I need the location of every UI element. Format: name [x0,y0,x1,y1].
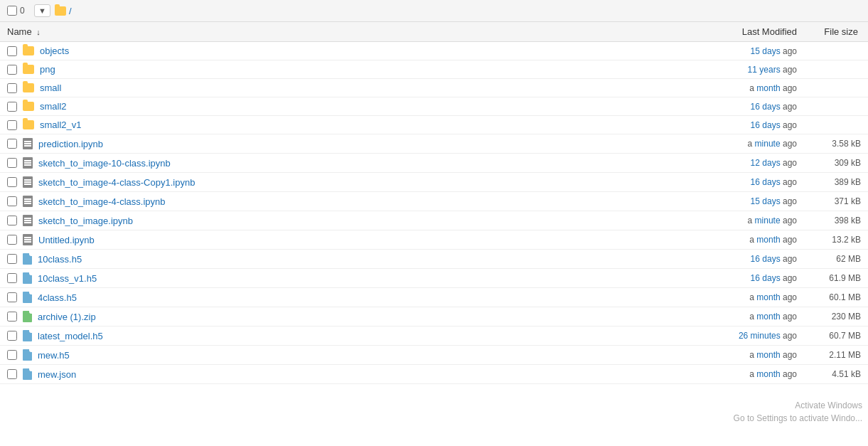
file-name-link[interactable]: sketch_to_image-10-class.ipynb [38,158,171,169]
name-cell: prediction.ipynb [0,134,704,153]
notebook-icon [23,157,33,169]
table-row: 4class.h5 a month ago 60.1 MB [0,288,868,307]
size-header[interactable]: File size [804,22,868,42]
file-name-link[interactable]: small2_v1 [40,120,82,130]
size-cell: 61.9 MB [804,269,868,288]
row-checkbox[interactable] [7,292,17,302]
name-header[interactable]: Name ↓ [0,22,704,42]
file-icon [23,330,32,341]
size-cell: 371 kB [804,192,868,211]
select-all-wrap: 0 ▼ [7,4,50,17]
file-icon [23,349,32,361]
row-checkbox[interactable] [7,350,17,360]
modified-cell: 16 days ago [704,250,804,269]
row-checkbox[interactable] [7,369,17,379]
row-checkbox[interactable] [7,312,17,322]
name-cell: mew.json [0,365,704,383]
size-cell: 309 kB [804,154,868,173]
name-cell: objects [0,42,704,60]
file-name-link[interactable]: small [40,83,61,93]
zip-icon [23,311,32,322]
modified-cell: a month ago [704,288,804,307]
folder-icon [23,102,34,111]
file-name-link[interactable]: prediction.ipynb [38,139,103,149]
file-icon [23,272,32,284]
row-checkbox[interactable] [7,331,17,341]
modified-cell: 16 days ago [704,173,804,192]
file-name-link[interactable]: sketch_to_image-4-class-Copy1.ipynb [38,177,195,188]
file-name-link[interactable]: 10class.h5 [38,254,82,265]
file-icon [23,292,32,303]
name-cell: 4class.h5 [0,288,704,307]
name-cell: png [0,60,704,78]
file-name-link[interactable]: 4class.h5 [38,292,77,303]
file-name-link[interactable]: mew.json [38,369,76,380]
size-cell [804,42,868,60]
dropdown-button[interactable]: ▼ [34,4,50,17]
name-cell: small2 [0,97,704,115]
breadcrumb[interactable]: / [55,6,72,16]
size-cell: 389 kB [804,173,868,192]
modified-cell: a month ago [704,365,804,384]
modified-cell: 15 days ago [704,192,804,211]
table-row: mew.h5 a month ago 2.11 MB [0,346,868,365]
table-row: Untitled.ipynb a month ago 13.2 kB [0,230,868,250]
row-checkbox[interactable] [7,254,17,264]
row-checkbox[interactable] [7,102,17,112]
file-name-link[interactable]: sketch_to_image-4-class.ipynb [38,196,165,207]
name-cell: 10class_v1.h5 [0,269,704,287]
size-cell: 398 kB [804,211,868,230]
table-row: sketch_to_image-10-class.ipynb 12 days a… [0,154,868,173]
file-name-link[interactable]: archive (1).zip [38,312,96,322]
table-row: archive (1).zip a month ago 230 MB [0,307,868,326]
name-cell: small [0,79,704,97]
row-checkbox[interactable] [7,139,17,149]
row-checkbox[interactable] [7,177,17,187]
modified-header[interactable]: Last Modified [704,22,804,42]
name-cell: sketch_to_image.ipynb [0,211,704,230]
size-cell: 4.51 kB [804,365,868,384]
row-checkbox[interactable] [7,65,17,75]
row-checkbox[interactable] [7,216,17,225]
row-checkbox[interactable] [7,120,17,130]
table-row: small a month ago [0,79,868,97]
file-name-link[interactable]: png [40,64,55,75]
table-row: prediction.ipynb a minute ago 3.58 kB [0,134,868,154]
row-checkbox[interactable] [7,158,17,168]
modified-cell: 15 days ago [704,42,804,60]
row-checkbox[interactable] [7,196,17,206]
row-checkbox[interactable] [7,83,17,93]
row-checkbox[interactable] [7,273,17,283]
modified-cell: 12 days ago [704,154,804,173]
row-checkbox[interactable] [7,235,17,245]
file-name-link[interactable]: 10class_v1.h5 [38,273,97,284]
file-name-link[interactable]: mew.h5 [38,350,70,361]
name-cell: small2_v1 [0,116,704,134]
modified-cell: 16 days ago [704,269,804,288]
file-name-link[interactable]: sketch_to_image.ipynb [38,216,133,226]
modified-cell: a month ago [704,79,804,97]
breadcrumb-label: / [69,6,72,16]
modified-cell: 16 days ago [704,97,804,116]
size-cell: 13.2 kB [804,230,868,250]
file-name-link[interactable]: latest_model.h5 [38,331,103,341]
selected-count: 0 [20,6,31,16]
name-cell: archive (1).zip [0,307,704,326]
file-name-link[interactable]: Untitled.ipynb [38,235,95,245]
file-icon [23,368,32,380]
table-row: small2_v1 16 days ago [0,116,868,134]
file-name-link[interactable]: objects [40,46,69,56]
folder-icon [23,120,34,129]
notebook-icon [23,176,33,188]
name-cell: sketch_to_image-4-class-Copy1.ipynb [0,173,704,191]
toolbar: 0 ▼ / [0,0,868,22]
file-icon [23,253,32,265]
row-checkbox[interactable] [7,46,17,56]
file-name-link[interactable]: small2 [40,101,67,112]
select-all-checkbox[interactable] [7,6,17,16]
file-table: Name ↓ Last Modified File size objects 1… [0,22,868,384]
size-cell [804,60,868,79]
size-cell [804,79,868,97]
table-header-row: Name ↓ Last Modified File size [0,22,868,42]
folder-icon [23,46,34,55]
